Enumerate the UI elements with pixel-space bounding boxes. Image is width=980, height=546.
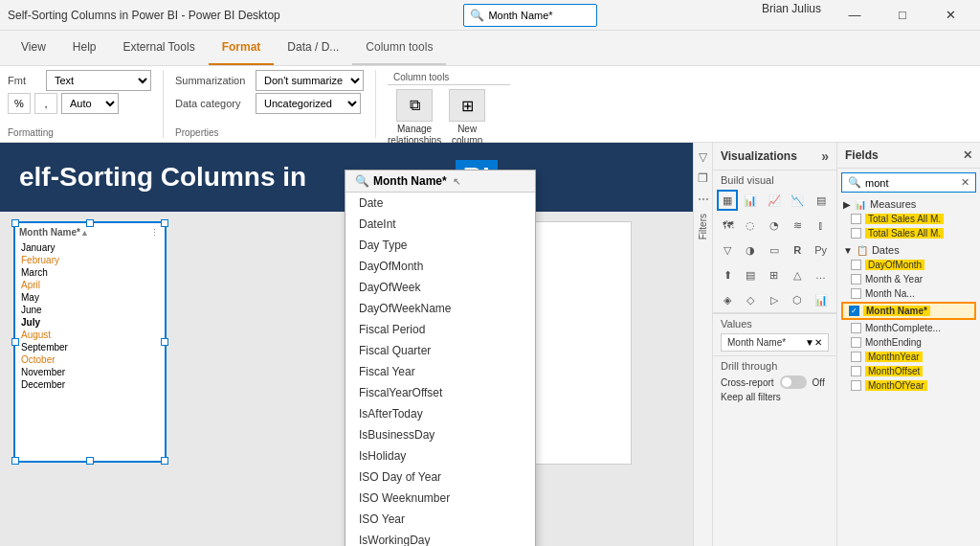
viz-icon-custom2[interactable]: ◇: [740, 289, 761, 310]
viz-icon-ribbon[interactable]: ≋: [787, 215, 808, 236]
minimize-button[interactable]: —: [833, 2, 877, 29]
viz-icon-line[interactable]: 📈: [764, 190, 785, 211]
maximize-button[interactable]: □: [880, 2, 924, 29]
tab-column-tools[interactable]: Column tools: [352, 31, 446, 65]
month-december[interactable]: December: [19, 378, 161, 391]
field-checkbox-mna[interactable]: [851, 288, 861, 299]
data-category-dropdown[interactable]: Uncategorized: [256, 93, 361, 114]
month-january[interactable]: January: [19, 241, 161, 254]
dropdown-item-dateint[interactable]: DateInt: [345, 214, 535, 235]
viz-icon-shape[interactable]: △: [787, 264, 808, 285]
dropdown-item-fiscalperiod[interactable]: Fiscal Period: [345, 319, 535, 340]
field-group-dates-header[interactable]: ▼ 📋 Dates: [837, 242, 980, 258]
percent-button[interactable]: %: [8, 93, 31, 114]
month-august[interactable]: August: [19, 329, 161, 341]
dropdown-item-isholiday[interactable]: IsHoliday: [345, 445, 535, 466]
field-dayofmonth[interactable]: DayOfMonth: [837, 258, 980, 272]
field-monthcompleted[interactable]: MonthComplete...: [837, 321, 980, 335]
field-checkbox-me[interactable]: [851, 337, 861, 348]
field-monthnyear[interactable]: MonthnYear: [837, 350, 980, 364]
dropdown-item-dayofweek[interactable]: DayOfWeek: [345, 277, 535, 298]
viz-icon-kpi[interactable]: ⬆: [717, 264, 738, 285]
resize-tl[interactable]: [11, 219, 19, 227]
dropdown-item-isodayofyear[interactable]: ISO Day of Year: [345, 466, 535, 488]
viz-icon-area[interactable]: 📉: [787, 190, 808, 211]
month-september[interactable]: September: [19, 341, 161, 353]
cross-report-toggle[interactable]: [780, 375, 807, 389]
viz-icon-py[interactable]: Py: [811, 239, 832, 261]
tab-external-tools[interactable]: External Tools: [109, 31, 208, 65]
manage-relationships-btn[interactable]: ⧉ Managerelationships: [388, 89, 441, 147]
tab-format[interactable]: Format: [209, 31, 275, 65]
field-month-year[interactable]: Month & Year: [837, 272, 980, 286]
tab-data-drill[interactable]: Data / D...: [274, 31, 352, 65]
viz-icon-custom1[interactable]: ◈: [717, 289, 738, 310]
month-march[interactable]: March: [19, 266, 161, 279]
field-month-na[interactable]: Month Na...: [837, 286, 980, 301]
resize-bl[interactable]: [11, 457, 19, 465]
dropdown-item-fiscalyear[interactable]: Fiscal Year: [345, 361, 535, 382]
dropdown-item-dayofweekname[interactable]: DayOfWeekName: [345, 298, 535, 319]
dropdown-item-isworkingday[interactable]: IsWorkingDay: [345, 530, 535, 546]
dropdown-item-isbusinessday[interactable]: IsBusinessDay: [345, 424, 535, 445]
values-field[interactable]: Month Name* ▼✕: [721, 333, 829, 352]
viz-icon-pie[interactable]: ◔: [764, 215, 785, 236]
field-checkbox-ts2[interactable]: [851, 228, 861, 239]
fields-search-box[interactable]: 🔍 ✕: [841, 172, 976, 193]
viz-icon-custom4[interactable]: ⬡: [787, 289, 808, 310]
month-june[interactable]: June: [19, 304, 161, 316]
dropdown-item-isoweeknumber[interactable]: ISO Weeknumber: [345, 488, 535, 509]
month-february[interactable]: February: [19, 254, 161, 266]
title-search[interactable]: 🔍 Month Name*: [463, 4, 597, 27]
dropdown-item-fiscalquarter[interactable]: Fiscal Quarter: [345, 340, 535, 361]
viz-icon-slicer[interactable]: ▤: [740, 264, 761, 285]
resize-tm[interactable]: [86, 219, 94, 227]
dropdown-item-daytype[interactable]: Day Type: [345, 235, 535, 256]
viz-expand-btn[interactable]: »: [821, 148, 829, 164]
month-october[interactable]: October: [19, 353, 161, 366]
field-monthoffset[interactable]: MonthOffset: [837, 364, 980, 378]
viz-icon-more[interactable]: …: [811, 264, 832, 285]
dropdown-item-fiscalyearoffset[interactable]: FiscalYearOffset: [345, 382, 535, 403]
viz-icon-custom5[interactable]: 📊: [811, 289, 832, 310]
field-monthofyear[interactable]: MonthOfYear: [837, 378, 980, 393]
month-july[interactable]: July: [19, 316, 161, 329]
tab-help[interactable]: Help: [59, 31, 110, 65]
resize-rm[interactable]: [161, 338, 168, 346]
field-checkbox-mc[interactable]: [851, 323, 861, 333]
month-may[interactable]: May: [19, 291, 161, 304]
viz-icon-stacked[interactable]: ▤: [811, 190, 832, 211]
resize-bm[interactable]: [86, 457, 94, 465]
resize-lm[interactable]: [11, 338, 19, 346]
filter-expand-icon[interactable]: ❐: [698, 171, 708, 185]
field-total-sales-1[interactable]: Total Sales All M.: [837, 212, 980, 226]
viz-icon-matrix[interactable]: ⊞: [764, 264, 785, 285]
viz-icon-waterfall[interactable]: ⫿: [811, 215, 832, 236]
filter-more-icon[interactable]: ⋯: [698, 193, 709, 206]
visual-sort-icon[interactable]: ▲: [80, 228, 89, 238]
month-november[interactable]: November: [19, 366, 161, 378]
resize-tr[interactable]: [161, 219, 168, 227]
viz-icon-map[interactable]: 🗺: [717, 215, 738, 236]
resize-br[interactable]: [161, 457, 168, 465]
viz-icon-table[interactable]: ▦: [717, 190, 738, 211]
field-checkbox-moy[interactable]: [851, 380, 861, 391]
values-field-dropdown-icon[interactable]: ▼✕: [805, 337, 822, 348]
field-checkbox-mn[interactable]: ✓: [849, 306, 859, 316]
viz-icon-gauge[interactable]: ◑: [740, 239, 761, 261]
field-monthending[interactable]: MonthEnding: [837, 335, 980, 350]
viz-icon-funnel[interactable]: ▽: [717, 239, 738, 261]
field-checkbox-ts1[interactable]: [851, 214, 861, 224]
field-total-sales-2[interactable]: Total Sales All M.: [837, 226, 980, 240]
field-month-name-checked[interactable]: ✓ Month Name*: [841, 302, 976, 320]
field-group-measures-header[interactable]: ▶ 📊 Measures: [837, 196, 980, 212]
fields-search-clear[interactable]: ✕: [961, 176, 969, 189]
auto-dropdown[interactable]: Auto: [61, 93, 119, 114]
tab-view[interactable]: View: [8, 31, 59, 65]
dropdown-item-isaftertoday[interactable]: IsAfterToday: [345, 403, 535, 424]
format-dropdown[interactable]: Text: [46, 70, 151, 91]
field-checkbox-mny[interactable]: [851, 352, 861, 362]
field-checkbox-dom[interactable]: [851, 260, 861, 270]
comma-button[interactable]: ,: [34, 93, 57, 114]
viz-icon-card[interactable]: ▭: [764, 239, 785, 261]
